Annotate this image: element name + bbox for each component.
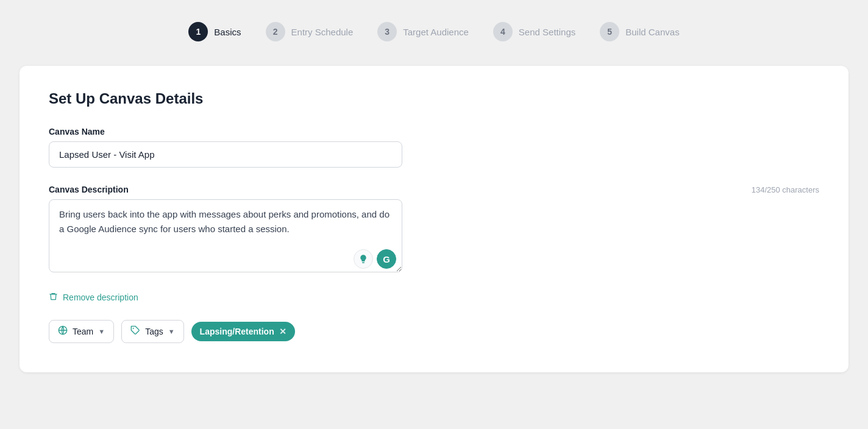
main-card: Set Up Canvas Details Canvas Name Canvas… — [20, 66, 848, 372]
description-header: Canvas Description 134/250 characters — [49, 185, 819, 194]
tags-button-label: Tags — [145, 327, 163, 336]
step-4-circle: 4 — [493, 22, 513, 41]
remove-description-label: Remove description — [63, 292, 138, 302]
canvas-description-textarea[interactable]: Bring users back into the app with messa… — [49, 199, 402, 272]
canvas-name-label: Canvas Name — [49, 127, 819, 136]
ai-assist-icon-button[interactable] — [354, 249, 373, 269]
tag-close-icon[interactable]: ✕ — [279, 327, 286, 336]
canvas-description-label: Canvas Description — [49, 185, 129, 194]
card-title: Set Up Canvas Details — [49, 90, 819, 107]
lapsing-retention-tag[interactable]: Lapsing/Retention ✕ — [191, 322, 295, 341]
tag-icon — [130, 325, 140, 338]
tags-chevron-icon: ▼ — [168, 328, 175, 335]
stepper: 1 Basics 2 Entry Schedule 3 Target Audie… — [188, 12, 679, 51]
step-5-label: Build Canvas — [625, 27, 679, 37]
step-2-circle: 2 — [266, 22, 285, 41]
canvas-name-field-group: Canvas Name — [49, 127, 819, 168]
bottom-controls: Team ▼ Tags ▼ Lapsing/Retention ✕ — [49, 320, 819, 343]
step-3-label: Target Audience — [403, 27, 469, 37]
grammarly-g-icon: G — [383, 254, 390, 264]
tag-label: Lapsing/Retention — [200, 327, 274, 336]
remove-description-link[interactable]: Remove description — [49, 292, 138, 303]
step-1-circle: 1 — [188, 22, 208, 41]
step-5-circle: 5 — [600, 22, 619, 41]
char-count: 134/250 characters — [752, 185, 819, 194]
grammarly-icon-button[interactable]: G — [377, 249, 396, 269]
step-5-build-canvas[interactable]: 5 Build Canvas — [600, 22, 679, 41]
textarea-icons: G — [354, 249, 396, 269]
svg-point-1 — [133, 328, 134, 329]
team-chevron-icon: ▼ — [98, 328, 105, 335]
step-2-entry-schedule[interactable]: 2 Entry Schedule — [266, 22, 354, 41]
step-3-target-audience[interactable]: 3 Target Audience — [377, 22, 469, 41]
team-button-label: Team — [73, 327, 93, 336]
canvas-description-field-group: Canvas Description 134/250 characters Br… — [49, 185, 819, 275]
trash-icon — [49, 292, 58, 303]
step-1-basics[interactable]: 1 Basics — [188, 22, 241, 41]
team-dropdown-button[interactable]: Team ▼ — [49, 320, 114, 343]
step-1-label: Basics — [214, 27, 241, 37]
globe-icon — [58, 325, 68, 338]
textarea-wrapper: Bring users back into the app with messa… — [49, 199, 402, 275]
step-3-circle: 3 — [377, 22, 397, 41]
step-2-label: Entry Schedule — [291, 27, 354, 37]
step-4-send-settings[interactable]: 4 Send Settings — [493, 22, 575, 41]
canvas-name-input[interactable] — [49, 141, 402, 168]
step-4-label: Send Settings — [519, 27, 575, 37]
lightbulb-icon — [358, 254, 368, 264]
tags-dropdown-button[interactable]: Tags ▼ — [121, 320, 183, 343]
